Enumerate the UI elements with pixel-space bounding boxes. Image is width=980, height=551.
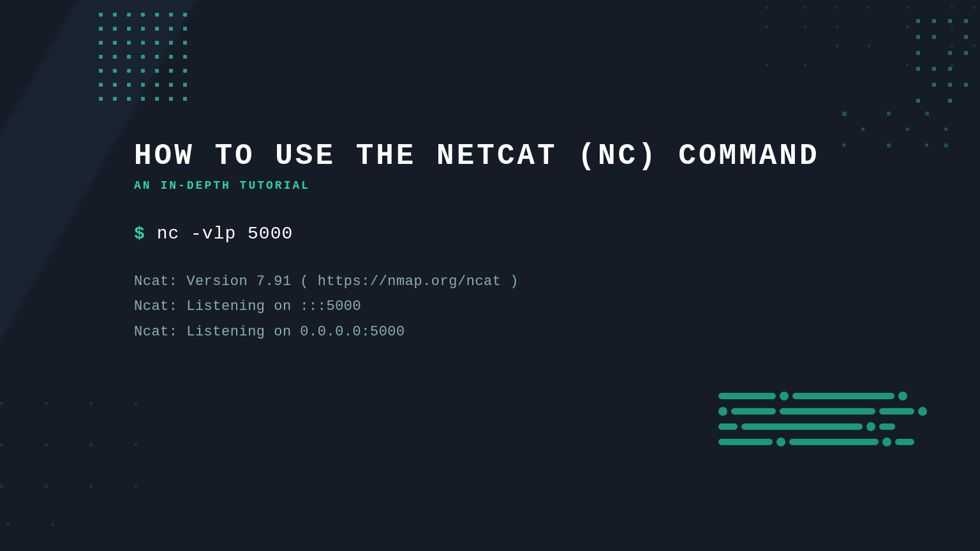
bar-seg [879,423,895,430]
bg-dot [45,443,48,446]
scatter-dot [932,19,936,23]
bg-dot-sm [951,64,953,66]
bg-dot [134,443,137,446]
bg-dot [45,485,48,488]
bg-dot-sm [804,6,806,9]
scatter-dot [932,35,936,39]
bg-dot [861,128,865,131]
bg-dot-sm [906,6,909,9]
bar-seg [741,423,863,430]
bg-dot [0,443,3,446]
dot-grid-topleft [99,13,195,108]
scatter-dot [964,19,968,23]
bg-dot [887,112,891,115]
bg-dot-sm [804,64,806,66]
bg-dot [51,523,54,526]
bg-dot-sm [868,6,870,9]
bar-seg [879,408,914,415]
terminal-block: $ nc -vlp 5000 Ncat: Version 7.91 ( http… [134,224,916,345]
bar-seg [789,439,879,445]
scatter-dot [964,35,968,39]
bg-dot [842,143,845,147]
bg-dot [944,128,947,131]
bars-decoration [718,392,948,487]
bg-dot-sm [951,26,953,28]
bar-row-1 [718,392,948,400]
output-line-2: Ncat: Listening on :::5000 [134,294,916,320]
bg-dot-sm [973,6,976,9]
scatter-dot [916,67,920,71]
bar-row-3 [718,422,948,431]
bg-dot [89,402,93,405]
scatter-dot [948,67,952,71]
terminal-command-value: nc -vlp 5000 [157,224,293,244]
bg-dot [842,112,847,116]
page-subtitle: AN IN-DEPTH TUTORIAL [134,179,916,192]
bg-dot [0,402,3,405]
scatter-dot [948,99,952,103]
scatter-dot [964,83,968,87]
bg-dot [45,402,48,405]
scatter-dot [948,83,952,87]
scatter-dot [948,19,952,23]
bar-seg [718,393,776,399]
dot-scatter-topright [840,10,967,112]
page-title: HOW TO USE THE NETCAT (NC) COMMAND [134,140,916,173]
output-line-1: Ncat: Version 7.91 ( https://nmap.org/nc… [134,269,916,295]
scatter-dot [932,83,936,87]
bg-dot [925,143,928,147]
scatter-dot [948,51,952,55]
bg-dot-sm [836,26,838,28]
bar-dot [866,422,875,431]
bg-dot-sm [951,45,953,47]
bg-dot-sm [766,64,768,66]
terminal-prompt: $ [134,224,145,244]
scatter-dot [932,67,936,71]
bar-dot [776,437,785,446]
bg-dot-sm [836,45,838,47]
bg-dot-sm [973,45,976,47]
bg-dot-sm [951,6,953,9]
bar-seg [895,439,914,445]
bg-dot [887,143,891,147]
bar-row-4 [718,437,948,446]
bar-seg [731,408,776,415]
bg-dot-sm [766,6,768,9]
terminal-command: $ nc -vlp 5000 [134,224,916,244]
scatter-dot [916,99,920,103]
bar-seg [718,423,738,430]
scatter-dot [916,35,920,39]
bg-dot [89,485,93,488]
bg-dot [925,112,929,115]
bar-dot [898,392,907,400]
bg-dot-sm [868,45,870,47]
bg-dot [89,443,93,446]
bar-seg [780,408,875,415]
terminal-output: Ncat: Version 7.91 ( https://nmap.org/nc… [134,269,916,345]
scatter-dot [916,51,920,55]
main-content: HOW TO USE THE NETCAT (NC) COMMAND AN IN… [134,140,916,344]
bg-dot [134,485,137,488]
bar-seg [718,439,773,445]
bg-dot-sm [836,6,838,9]
bar-row-2 [718,407,948,416]
bar-seg [792,393,895,399]
output-line-3: Ncat: Listening on 0.0.0.0:5000 [134,320,916,345]
scatter-dot [964,51,968,55]
bg-dot [0,485,3,488]
bg-dot-sm [804,26,806,28]
bar-dot [780,392,789,400]
bar-dot [918,407,927,416]
bg-dot [6,523,10,526]
bar-dot [718,407,727,416]
bg-dot-sm [906,26,909,28]
bg-dot-sm [906,64,909,66]
bg-dot [134,402,137,405]
bar-dot [882,437,891,446]
bg-dot [906,128,909,131]
bg-dot-sm [766,26,768,28]
bg-dot [944,143,948,147]
scatter-dot [916,19,920,23]
